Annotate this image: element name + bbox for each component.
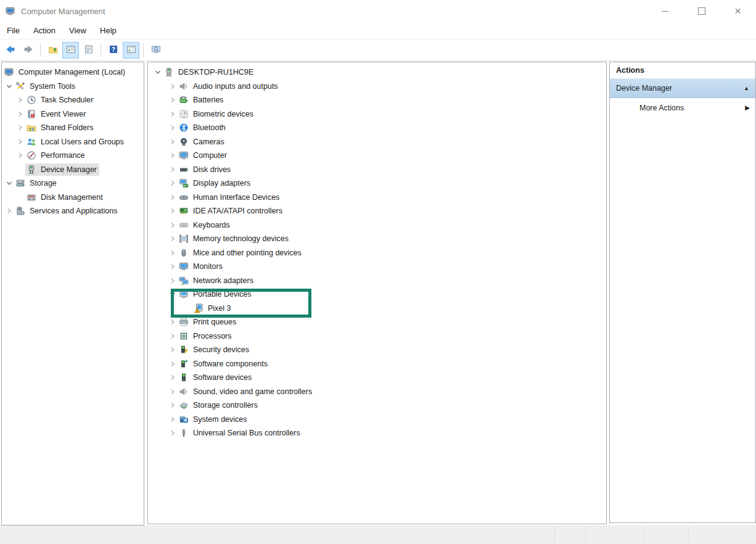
chevron-down-icon[interactable] <box>4 178 14 188</box>
show-console-tree-button[interactable] <box>62 42 79 59</box>
tree-item-desktop-ru1hc9e[interactable]: DESKTOP-RU1HC9E <box>148 65 606 80</box>
chevron-right-icon[interactable] <box>168 414 178 424</box>
chevron-right-icon[interactable] <box>168 123 178 133</box>
tree-item-shared-folders[interactable]: Shared Folders <box>2 121 144 135</box>
actions-group-device-manager[interactable]: Device Manager ▲ <box>610 79 755 98</box>
chevron-right-icon[interactable] <box>168 95 178 105</box>
help-button[interactable]: ? <box>105 42 121 59</box>
tree-item-print-queues[interactable]: Print queues <box>148 315 606 329</box>
menu-help[interactable]: Help <box>93 23 123 38</box>
chevron-right-icon[interactable] <box>15 123 25 133</box>
menu-file[interactable]: File <box>0 23 27 38</box>
chevron-right-icon[interactable] <box>168 206 178 216</box>
tree-item-disk-management[interactable]: Disk Management <box>2 191 144 205</box>
more-actions-item[interactable]: More Actions ▶ <box>610 98 755 117</box>
chevron-right-icon[interactable] <box>168 248 178 258</box>
chevron-right-icon[interactable] <box>168 220 178 230</box>
tree-item-portable-devices[interactable]: Portable Devices <box>148 287 606 302</box>
chevron-spacer <box>15 192 25 202</box>
forward-button[interactable] <box>20 42 36 59</box>
chevron-right-icon[interactable] <box>168 428 178 438</box>
tree-item-services-and-applications[interactable]: Services and Applications <box>2 204 144 218</box>
chevron-right-icon[interactable] <box>168 387 178 397</box>
chevron-right-icon[interactable] <box>168 317 178 327</box>
tree-item-processors[interactable]: Processors <box>148 329 606 344</box>
chevron-right-icon[interactable] <box>168 178 178 188</box>
tree-item-sound-video-and-game-controllers[interactable]: Sound, video and game controllers <box>148 385 606 399</box>
chevron-right-icon[interactable] <box>15 137 25 147</box>
chevron-right-icon[interactable] <box>168 276 178 286</box>
tree-item-device-manager[interactable]: Device Manager <box>2 163 144 177</box>
minimize-button[interactable] <box>647 0 683 22</box>
tree-item-biometric-devices[interactable]: Biometric devices <box>148 107 606 122</box>
tree-item-performance[interactable]: Performance <box>2 149 144 163</box>
tree-item-pixel-3[interactable]: Pixel 3 <box>148 302 606 316</box>
tree-item-label: Universal Serial Bus controllers <box>193 429 300 437</box>
status-bar-divider <box>643 527 644 543</box>
tree-item-mice-and-other-pointing-devices[interactable]: Mice and other pointing devices <box>148 246 606 260</box>
device-tree: DESKTOP-RU1HC9EAudio inputs and outputsB… <box>148 62 606 440</box>
tree-item-bluetooth[interactable]: Bluetooth <box>148 121 606 135</box>
chevron-right-icon[interactable] <box>15 150 25 160</box>
chevron-right-icon[interactable] <box>168 109 178 119</box>
close-button[interactable]: ✕ <box>720 0 756 22</box>
chevron-right-icon[interactable] <box>168 192 178 202</box>
chevron-right-icon[interactable] <box>168 345 178 355</box>
chevron-right-icon[interactable] <box>168 137 178 147</box>
chevron-right-icon[interactable] <box>168 81 178 91</box>
chevron-right-icon[interactable] <box>168 331 178 341</box>
tree-item-batteries[interactable]: Batteries <box>148 93 606 107</box>
chevron-right-icon[interactable] <box>168 400 178 410</box>
chevron-down-icon[interactable] <box>4 81 14 91</box>
chevron-up-icon[interactable]: ▲ <box>744 85 749 91</box>
printer-icon <box>179 317 189 327</box>
chevron-right-icon[interactable] <box>15 95 25 105</box>
tree-item-software-components[interactable]: Software components <box>148 357 606 371</box>
chevron-right-icon[interactable] <box>168 234 178 244</box>
tree-item-keyboards[interactable]: Keyboards <box>148 218 606 233</box>
tree-item-security-devices[interactable]: Security devices <box>148 343 606 357</box>
up-level-button[interactable] <box>44 42 61 59</box>
chevron-right-icon[interactable] <box>168 373 178 382</box>
tree-item-software-devices[interactable]: Software devices <box>148 371 606 385</box>
tree-item-cameras[interactable]: Cameras <box>148 135 606 149</box>
tree-item-event-viewer[interactable]: Event Viewer <box>2 107 144 122</box>
tree-item-storage[interactable]: Storage <box>2 176 144 191</box>
tree-item-human-interface-devices[interactable]: Human Interface Devices <box>148 191 606 205</box>
tree-item-label: Mice and other pointing devices <box>193 249 302 257</box>
chevron-down-icon[interactable] <box>153 67 163 77</box>
tree-item-audio-inputs-and-outputs[interactable]: Audio inputs and outputs <box>148 80 606 94</box>
tree-item-system-devices[interactable]: System devices <box>148 413 606 427</box>
tree-item-label: Memory technology devices <box>193 234 289 243</box>
tree-item-monitors[interactable]: Monitors <box>148 260 606 274</box>
tree-item-network-adapters[interactable]: Network adapters <box>148 274 606 288</box>
tree-item-memory-technology-devices[interactable]: Memory technology devices <box>148 232 606 246</box>
tree-item-system-tools[interactable]: System Tools <box>2 80 144 94</box>
software-device-icon <box>179 373 189 382</box>
chevron-right-icon[interactable] <box>168 165 178 175</box>
tree-item-computer-management-local[interactable]: Computer Management (Local) <box>2 65 144 80</box>
chevron-right-icon[interactable] <box>168 359 178 369</box>
tree-item-task-scheduler[interactable]: Task Scheduler <box>2 93 144 107</box>
menu-action[interactable]: Action <box>27 23 62 38</box>
tree-item-storage-controllers[interactable]: Storage controllers <box>148 398 606 413</box>
chevron-right-icon[interactable] <box>168 150 178 160</box>
chevron-right-icon[interactable] <box>168 262 178 271</box>
tree-item-display-adapters[interactable]: Display adapters <box>148 176 606 191</box>
tree-item-label: Services and Applications <box>30 207 117 215</box>
tree-item-computer[interactable]: Computer <box>148 149 606 163</box>
show-action-pane-button[interactable] <box>123 42 139 59</box>
tree-item-disk-drives[interactable]: Disk drives <box>148 163 606 177</box>
chevron-right-icon[interactable] <box>4 206 14 216</box>
back-button[interactable] <box>2 42 18 59</box>
new-window-button[interactable] <box>147 42 164 59</box>
tree-item-label: Shared Folders <box>41 123 93 132</box>
menu-view[interactable]: View <box>62 23 93 38</box>
tree-item-ide-ata-atapi-controllers[interactable]: IDE ATA/ATAPI controllers <box>148 204 606 218</box>
tree-item-local-users-and-groups[interactable]: Local Users and Groups <box>2 135 144 149</box>
properties-button[interactable] <box>80 42 97 59</box>
tree-item-universal-serial-bus-controllers[interactable]: Universal Serial Bus controllers <box>148 426 606 440</box>
chevron-down-icon[interactable] <box>168 289 178 299</box>
maximize-button[interactable] <box>683 0 720 22</box>
chevron-right-icon[interactable] <box>15 109 25 119</box>
